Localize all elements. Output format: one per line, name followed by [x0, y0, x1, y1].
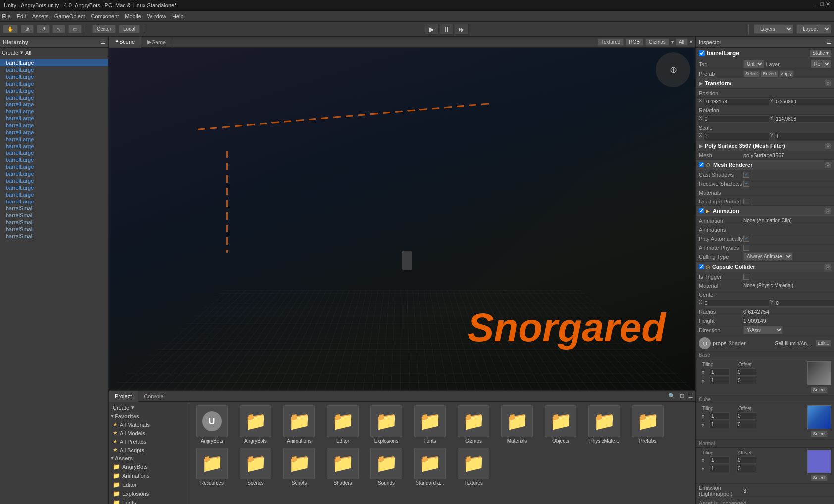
maximize-btn[interactable]: □ [820, 1, 824, 7]
use-light-probes-checkbox[interactable] [743, 199, 749, 204]
space-btn[interactable]: Local [119, 25, 140, 33]
center-x[interactable] [703, 300, 769, 307]
static-btn[interactable]: Static ▾ [810, 50, 831, 57]
layer-dropdown[interactable]: Reflection [811, 60, 832, 68]
normal-y-offset[interactable] [736, 465, 756, 472]
asset-folder-item[interactable]: 📁 Materials [497, 405, 537, 444]
hierarchy-item[interactable]: barrelLarge [0, 177, 108, 184]
layout-dropdown[interactable]: Layout [796, 24, 831, 34]
tool-scale[interactable]: ⤡ [52, 25, 65, 33]
hierarchy-item[interactable]: barrelLarge [0, 184, 108, 191]
hierarchy-item[interactable]: barrelSmall [0, 219, 108, 226]
base-y-offset[interactable] [736, 377, 756, 384]
tool-move[interactable]: ⊕ [21, 25, 34, 33]
all-scripts[interactable]: ★ All Scripts [109, 446, 188, 454]
hierarchy-item[interactable]: barrelLarge [0, 66, 108, 73]
all-btn[interactable]: ▾ [20, 50, 23, 56]
rot-x[interactable] [703, 115, 769, 123]
asset-folder-item[interactable]: 📁 Sounds [366, 448, 406, 486]
animation-header[interactable]: ▶ Animation ⚙ [696, 206, 834, 216]
all-models[interactable]: ★ All Models [109, 429, 188, 437]
hierarchy-item[interactable]: barrelLarge [0, 191, 108, 198]
receive-shadows-checkbox[interactable] [743, 181, 749, 187]
cube-x-tiling[interactable] [710, 412, 730, 420]
hierarchy-item[interactable]: barrelLarge [0, 59, 108, 66]
asset-folder-item[interactable]: 📁 Resources [192, 448, 232, 486]
all-prefabs[interactable]: ★ All Prefabs [109, 437, 188, 446]
prefab-apply-btn[interactable]: Apply [779, 70, 794, 77]
culling-type-dropdown[interactable]: Always Animate [743, 252, 793, 261]
mesh-renderer-toggle[interactable] [699, 162, 704, 167]
capsule-collider-toggle[interactable] [699, 264, 704, 269]
hierarchy-item[interactable]: barrelLarge [0, 115, 108, 122]
asset-tree-item[interactable]: 📁 Editor [109, 480, 188, 489]
mesh-filter-header[interactable]: ▶ Poly Surface 3567 (Mesh Filter) ⚙ [696, 141, 834, 151]
normal-y-tiling[interactable] [710, 465, 730, 472]
menu-edit[interactable]: Edit [17, 13, 26, 19]
mesh-filter-settings[interactable]: ⚙ [824, 142, 831, 149]
animation-settings[interactable]: ⚙ [824, 207, 831, 214]
asset-folder-item[interactable]: 📁 Scenes [236, 448, 275, 486]
asset-tree-item[interactable]: 📁 Animations [109, 471, 188, 480]
asset-folder-item[interactable]: 📁 Prefabs [628, 405, 668, 444]
pos-y[interactable] [774, 98, 834, 105]
play-button[interactable]: ▶ [425, 24, 439, 35]
hierarchy-item[interactable]: barrelLarge [0, 163, 108, 170]
create-btn[interactable]: Create [2, 50, 18, 56]
asset-tree-item[interactable]: 📁 Explosions [109, 489, 188, 498]
edit-shader-btn[interactable]: Edit... [816, 340, 831, 347]
layers-dropdown[interactable]: Layers [754, 24, 793, 34]
base-x-tiling[interactable] [710, 368, 730, 376]
animate-physics-checkbox[interactable] [743, 245, 749, 251]
close-btn[interactable]: ✕ [826, 1, 830, 7]
menu-window[interactable]: Window [147, 13, 166, 19]
hierarchy-menu-icon[interactable]: ☰ [101, 39, 105, 45]
asset-tree-item[interactable]: 📁 AngryBots [109, 462, 188, 471]
hierarchy-item[interactable]: barrelLarge [0, 150, 108, 156]
is-trigger-checkbox[interactable] [743, 274, 749, 280]
hierarchy-item[interactable]: barrelLarge [0, 198, 108, 205]
hierarchy-item[interactable]: barrelLarge [0, 156, 108, 163]
mesh-renderer-settings[interactable]: ⚙ [824, 161, 831, 168]
normal-x-tiling[interactable] [710, 456, 730, 464]
rgb-btn[interactable]: RGB [626, 38, 643, 46]
hierarchy-item[interactable]: barrelLarge [0, 94, 108, 101]
normal-x-offset[interactable] [736, 456, 756, 464]
asset-folder-item[interactable]: 📁 Scripts [279, 448, 319, 486]
scene-viewport[interactable]: ⊕ Snorgared [109, 48, 695, 390]
minimize-btn[interactable]: ─ [815, 1, 819, 7]
direction-dropdown[interactable]: Y-Axis [743, 326, 783, 334]
hierarchy-item[interactable]: barrelLarge [0, 101, 108, 108]
center-y[interactable] [774, 300, 834, 307]
asset-folder-item[interactable]: 📁 AngryBots [236, 405, 275, 444]
menu-component[interactable]: Component [91, 13, 119, 19]
hierarchy-item[interactable]: barrelLarge [0, 73, 108, 80]
asset-folder-item[interactable]: 📁 Standard a... [410, 448, 450, 486]
tool-rect[interactable]: ▭ [68, 25, 82, 33]
menu-help[interactable]: Help [172, 13, 184, 19]
asset-folder-item[interactable]: 📁 Objects [541, 405, 580, 444]
hierarchy-item[interactable]: barrelSmall [0, 233, 108, 240]
object-active-checkbox[interactable] [699, 50, 705, 56]
cube-y-tiling[interactable] [710, 421, 730, 428]
play-auto-checkbox[interactable] [743, 236, 749, 242]
asset-folder-item[interactable]: 📁 PhysicMate... [584, 405, 624, 444]
asset-folder-item[interactable]: U AngryBots [192, 405, 232, 444]
mesh-renderer-header[interactable]: ⬡ Mesh Renderer ⚙ [696, 160, 834, 170]
asset-tree-item[interactable]: 📁 Fonts [109, 498, 188, 504]
pos-x[interactable] [703, 98, 769, 105]
hierarchy-item[interactable]: barrelLarge [0, 143, 108, 150]
hierarchy-item[interactable]: barrelSmall [0, 205, 108, 212]
hierarchy-item[interactable]: barrelLarge [0, 122, 108, 129]
hierarchy-item[interactable]: barrelLarge [0, 136, 108, 143]
scene-gizmo[interactable]: ⊕ [656, 52, 690, 87]
tab-console[interactable]: Console [138, 391, 169, 402]
create-item[interactable]: Create ▾ [109, 403, 188, 412]
all-materials[interactable]: ★ All Materials [109, 420, 188, 429]
prefab-select-btn[interactable]: Select [743, 70, 760, 77]
asset-folder-item[interactable]: 📁 Editor [323, 405, 363, 444]
project-search[interactable]: 🔍 [665, 393, 678, 399]
hierarchy-item[interactable]: barrelLarge [0, 108, 108, 115]
inspector-menu[interactable]: ☰ [826, 39, 831, 45]
hierarchy-item[interactable]: barrelLarge [0, 170, 108, 177]
